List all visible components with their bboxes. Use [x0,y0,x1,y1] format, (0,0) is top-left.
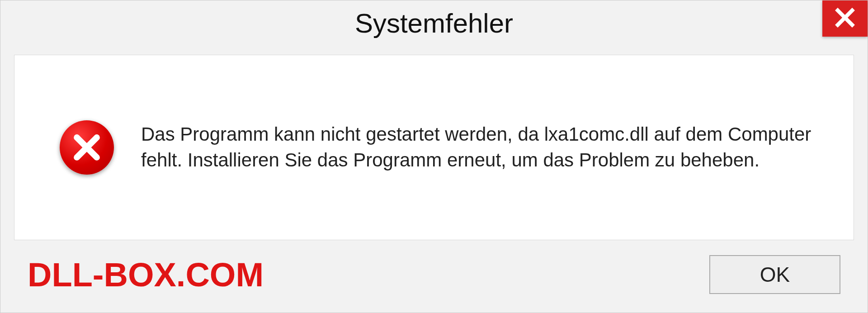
close-icon [834,7,856,30]
error-dialog: Systemfehler Das Programm kann nicht ges… [0,0,868,313]
watermark-text: DLL-BOX.COM [28,256,264,294]
close-button[interactable] [822,0,868,37]
footer: DLL-BOX.COM OK [0,245,868,313]
error-circle-icon [60,120,114,175]
content-panel: Das Programm kann nicht gestartet werden… [14,55,854,240]
error-icon [60,120,114,175]
titlebar: Systemfehler [0,0,868,46]
ok-button[interactable]: OK [709,255,840,294]
error-message: Das Programm kann nicht gestartet werden… [141,122,826,173]
dialog-title: Systemfehler [355,8,513,39]
ok-button-label: OK [760,262,790,287]
